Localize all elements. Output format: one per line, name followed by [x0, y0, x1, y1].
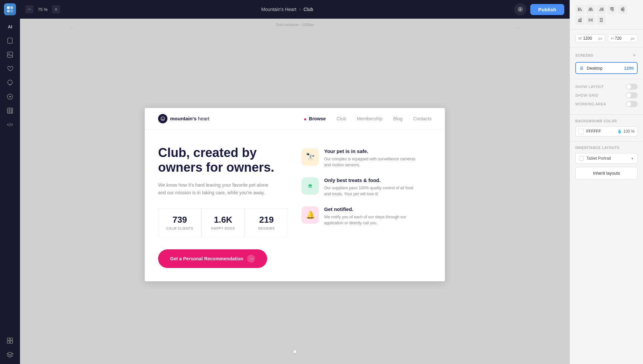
svg-rect-10	[7, 108, 13, 113]
inherit-layouts-button[interactable]: Inherit layouts	[575, 167, 638, 179]
breadcrumb-parent[interactable]: Mountain's Heart	[261, 7, 296, 12]
stat-reviews: 219 REVIEWS	[245, 208, 288, 237]
align-center-h-button[interactable]	[586, 5, 595, 14]
svg-rect-33	[611, 8, 612, 10]
height-unit: px	[631, 36, 635, 40]
topbar-left: − 75 % +	[25, 5, 60, 13]
svg-rect-16	[7, 338, 10, 340]
canvas-resize-handle[interactable]	[293, 350, 296, 353]
stat-happy-dogs-number: 1.6K	[207, 215, 239, 225]
working-area-label: WORKING AREA	[575, 102, 606, 106]
working-area-toggle[interactable]	[626, 101, 638, 107]
website-nav: mountain's heart Browse Club Membership …	[145, 108, 445, 130]
layers-icon[interactable]	[4, 349, 16, 361]
svg-rect-31	[600, 10, 603, 11]
canvas-left-arrow: ←	[70, 25, 74, 30]
add-screen-button[interactable]: +	[631, 52, 638, 59]
logo-text-bold: mountain's heart	[170, 116, 209, 121]
heart-tool-icon[interactable]	[4, 63, 16, 75]
nav-links: Browse Club Membership Blog Contacts	[304, 116, 432, 121]
show-layout-label: SHOW LAYOUT	[575, 85, 604, 89]
svg-rect-39	[579, 19, 580, 22]
ai-tool-icon[interactable]: AI	[4, 21, 16, 33]
page-tool-icon[interactable]	[4, 35, 16, 47]
screen-desktop[interactable]: 🖥 Desktop 1200	[575, 62, 638, 74]
feature-safe-text: Your pet is in safe. Our complex is equi…	[324, 148, 418, 168]
hero-left: Club, created by owners for owners. We k…	[158, 146, 288, 268]
stat-reviews-label: REVIEWS	[258, 227, 275, 230]
show-layout-row: SHOW LAYOUT	[575, 84, 638, 90]
svg-rect-34	[612, 8, 613, 11]
website-canvas: mountain's heart Browse Club Membership …	[145, 108, 445, 281]
main-area: − 75 % + Mountain's Heart › Club Publish…	[20, 0, 570, 364]
hero-section: Club, created by owners for owners. We k…	[145, 130, 445, 281]
svg-rect-43	[590, 19, 592, 21]
color-swatch	[578, 129, 584, 134]
show-grid-toggle[interactable]	[626, 92, 638, 98]
feature-safe-desc: Our complex is equipped with surveillanc…	[324, 156, 418, 168]
svg-rect-24	[578, 8, 581, 9]
nav-link-club[interactable]: Club	[337, 116, 346, 121]
svg-rect-1	[10, 6, 13, 9]
width-value: 1200	[583, 36, 597, 41]
stat-happy-dogs: 1.6K HAPPY DOGS	[201, 208, 245, 237]
dimensions-section: W 1200 px H 720 px	[570, 30, 643, 47]
cta-button[interactable]: Get a Personal Recommendation →	[158, 249, 267, 268]
inheritance-layouts-title: INHERITANCE LAYOUTS	[575, 146, 638, 150]
bubble-tool-icon[interactable]	[4, 77, 16, 89]
svg-rect-2	[7, 10, 10, 12]
zoom-level-display: 75 %	[36, 7, 49, 12]
nav-link-browse[interactable]: Browse	[304, 116, 326, 121]
align-middle-v-button[interactable]	[618, 5, 627, 14]
nav-link-membership[interactable]: Membership	[357, 116, 383, 121]
align-left-button[interactable]	[575, 5, 585, 14]
cta-button-label: Get a Personal Recommendation	[170, 256, 243, 261]
publish-button[interactable]: Publish	[530, 4, 564, 15]
stat-calm-clients: 739 CALM CLIENTS	[158, 208, 201, 237]
zoom-in-button[interactable]: +	[52, 5, 60, 13]
width-field[interactable]: W 1200 px	[575, 34, 605, 42]
stat-calm-clients-number: 739	[164, 215, 196, 225]
feature-safe-icon: 🔭	[301, 148, 319, 166]
inheritance-checkbox[interactable]	[579, 156, 584, 161]
zoom-out-button[interactable]: −	[25, 5, 33, 13]
canvas-area: Grid container · 1200px ← → mountain's h…	[20, 19, 570, 364]
play-tool-icon[interactable]	[4, 91, 16, 103]
gallery-tool-icon[interactable]	[4, 335, 16, 347]
canvas-right-arrow: →	[516, 25, 520, 30]
stat-happy-dogs-label: HAPPY DOGS	[211, 227, 235, 230]
screen-desktop-width: 1200	[624, 66, 634, 71]
logo-icon	[158, 114, 167, 123]
feature-safe: 🔭 Your pet is in safe. Our complex is eq…	[301, 148, 432, 168]
app-logo[interactable]	[4, 3, 16, 15]
align-top-button[interactable]	[607, 5, 617, 14]
screens-header: SCREENS +	[575, 52, 638, 59]
inheritance-dropdown[interactable]: Tablet Portrait ▼	[575, 153, 638, 164]
svg-rect-3	[10, 10, 13, 12]
svg-point-22	[308, 184, 312, 188]
show-layout-toggle[interactable]	[626, 84, 638, 90]
color-opacity-value: 💧 100 %	[617, 129, 635, 134]
code-tool-icon[interactable]	[4, 119, 16, 131]
color-picker-row[interactable]: FFFFFF 💧 100 %	[575, 126, 638, 136]
distribute-h-button[interactable]	[586, 15, 595, 25]
feature-notified-text: Get notified. We notify you of each of o…	[324, 206, 418, 226]
map-tool-icon[interactable]	[4, 105, 16, 117]
distribute-v-button[interactable]	[597, 15, 606, 25]
align-bottom-button[interactable]	[575, 15, 585, 25]
feature-food-desc: Our suppliers pass 100% quality control …	[324, 185, 418, 197]
left-sidebar: AI	[0, 0, 20, 364]
align-right-button[interactable]	[597, 5, 606, 14]
stat-reviews-number: 219	[250, 215, 282, 225]
nav-link-contacts[interactable]: Contacts	[413, 116, 432, 121]
hero-title: Club, created by owners for owners.	[158, 146, 288, 175]
preview-button[interactable]	[514, 3, 526, 15]
color-hex-value: FFFFFF	[586, 129, 614, 134]
height-field[interactable]: H 720 px	[608, 34, 638, 42]
feature-notified-title: Get notified.	[324, 206, 418, 212]
show-layout-section: SHOW LAYOUT SHOW GRID WORKING AREA	[570, 79, 643, 115]
nav-link-blog[interactable]: Blog	[393, 116, 403, 121]
screens-title: SCREENS	[575, 54, 593, 57]
image-tool-icon[interactable]	[4, 49, 16, 61]
svg-rect-0	[7, 6, 10, 9]
